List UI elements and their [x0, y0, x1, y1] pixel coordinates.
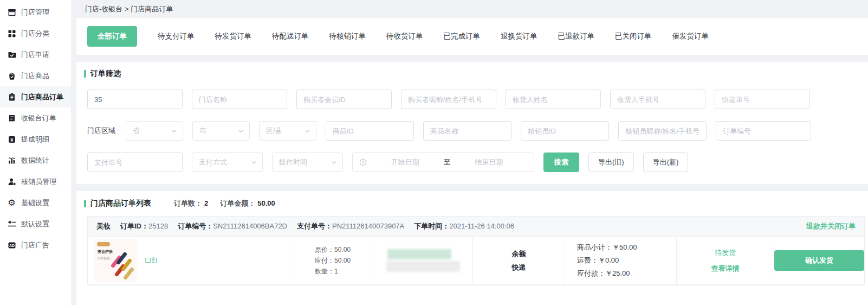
tab-pending-verification[interactable]: 待核销订单: [329, 31, 366, 41]
verifier-nickname-input[interactable]: [618, 121, 707, 141]
buyer-info-redacted: [386, 261, 460, 272]
order-id: 订单ID：25128: [120, 221, 168, 231]
yen-icon: ¥: [7, 135, 16, 144]
breadcrumb-text: 门店-收银台 > 门店商品订单: [85, 4, 173, 14]
goods-subtotal: 商品小计：￥50.00: [577, 241, 637, 254]
sidebar-item-default-settings[interactable]: 默认设置: [0, 213, 71, 234]
order-sn-input[interactable]: [716, 121, 811, 141]
order-block: 美妆 订单ID：25128 订单编号：SN21112614006BA72D 支付…: [87, 216, 865, 285]
tab-all-orders[interactable]: 全部订单: [87, 26, 137, 47]
export-new-button[interactable]: 导出(新): [643, 152, 689, 172]
buyer-member-id-input[interactable]: [296, 90, 392, 109]
chevron-down-icon: [171, 128, 177, 134]
action-cell: 确认发货: [774, 237, 864, 284]
product-image-badge: [97, 242, 110, 246]
date-range-picker[interactable]: 开始日期 至 结束日期: [352, 152, 534, 172]
sidebar-item-verifier-manage[interactable]: 核销员管理: [0, 171, 71, 192]
status-badge: 待发货: [715, 248, 736, 258]
tab-return-exchange[interactable]: 退换货订单: [501, 31, 537, 41]
refund-close-order-link[interactable]: 退款并关闭订单: [806, 221, 856, 231]
section-accent-bar: [84, 70, 86, 78]
sidebar-item-store-goods-orders[interactable]: 门店商品订单: [0, 86, 71, 107]
buyer-info-cell: [373, 237, 473, 284]
sidebar: 门店管理 门店分类 门店申请 门店商品 门店商品订单 收银台订单 ¥ 提成明细: [0, 0, 71, 305]
order-time: 下单时间：2021-11-26 14:00:06: [414, 221, 514, 231]
clipboard-icon: [7, 92, 16, 101]
tab-closed[interactable]: 已关闭订单: [615, 31, 652, 41]
folder-check-icon: [7, 50, 16, 59]
sidebar-item-store-category[interactable]: 门店分类: [0, 23, 71, 44]
sidebar-item-cashier-orders[interactable]: 收银台订单: [0, 107, 71, 129]
sidebar-item-label: 门店商品订单: [21, 92, 63, 102]
confirm-shipment-button[interactable]: 确认发货: [774, 250, 864, 271]
amounts-cell: 商品小计：￥50.00 运费：￥0.00 应付款：￥25.00: [565, 237, 677, 284]
verifier-id-input[interactable]: [521, 121, 609, 141]
chart-icon: [7, 156, 16, 165]
filter-section-title: 订单筛选: [90, 69, 121, 79]
province-select[interactable]: 省: [126, 121, 183, 141]
consignee-phone-input[interactable]: [610, 90, 705, 109]
sidebar-item-store-ads[interactable]: AD 门店广告: [0, 234, 71, 256]
sidebar-item-label: 门店管理: [21, 8, 49, 17]
chevron-down-icon: [238, 128, 244, 134]
tracking-number-input[interactable]: [715, 90, 810, 109]
tab-refunded[interactable]: 已退款订单: [558, 31, 595, 41]
store-id-input[interactable]: [87, 90, 183, 109]
breadcrumb: 门店-收银台 > 门店商品订单: [76, 0, 868, 18]
tab-pending-delivery[interactable]: 待配送订单: [272, 31, 309, 41]
city-select[interactable]: 市: [192, 121, 250, 141]
district-select[interactable]: 区/县: [259, 121, 316, 141]
store-name-input[interactable]: [192, 90, 287, 109]
app-root: 门店管理 门店分类 门店申请 门店商品 门店商品订单 收银台订单 ¥ 提成明细: [0, 0, 868, 305]
sidebar-item-store-apply[interactable]: 门店申请: [0, 44, 71, 65]
list-section-title: 门店商品订单列表: [90, 199, 151, 208]
buyer-nickname-input[interactable]: [401, 90, 496, 109]
sidebar-item-label: 核销员管理: [21, 177, 56, 187]
product-name-input[interactable]: [423, 121, 511, 141]
tab-pending-payment[interactable]: 待支付订单: [158, 31, 195, 41]
sliders-icon: [7, 219, 16, 228]
chevron-down-icon: [251, 160, 257, 166]
pay-method-select[interactable]: 支付方式: [192, 152, 263, 172]
sidebar-item-store-manage[interactable]: 门店管理: [0, 2, 71, 23]
order-store-name: 美妆: [96, 221, 111, 231]
tab-completed[interactable]: 已完成订单: [444, 31, 481, 41]
consignee-name-input[interactable]: [506, 90, 601, 109]
pay-delivery-cell: 余额 快递: [473, 237, 565, 284]
svg-text:¥: ¥: [10, 136, 14, 142]
svg-text:AD: AD: [9, 244, 14, 247]
sidebar-item-basic-settings[interactable]: ⚙ 基础设置: [0, 192, 71, 213]
sidebar-item-data-statistics[interactable]: 数据统计: [0, 150, 71, 171]
product-id-input[interactable]: [326, 121, 414, 141]
sidebar-item-label: 门店申请: [21, 50, 49, 60]
chevron-down-icon: [331, 160, 337, 166]
sidebar-item-store-goods[interactable]: 门店商品: [0, 65, 71, 86]
pay-number-input[interactable]: [87, 152, 183, 172]
view-detail-link[interactable]: 查看详情: [711, 264, 740, 274]
person-icon: [7, 177, 16, 186]
payable-price: 应付：50.00: [315, 255, 351, 266]
sidebar-item-commission-detail[interactable]: ¥ 提成明细: [0, 129, 71, 150]
gear-icon: ⚙: [7, 198, 16, 207]
filter-row-1: [84, 90, 865, 109]
tab-pending-shipment[interactable]: 待发货订单: [215, 31, 252, 41]
end-date-field[interactable]: 结束日期: [451, 157, 528, 167]
order-header-row: 美妆 订单ID：25128 订单编号：SN21112614006BA72D 支付…: [88, 217, 864, 237]
receipt-icon: [7, 113, 16, 123]
quantity: 数量：1: [315, 266, 338, 277]
tab-urge-shipment[interactable]: 催发货订单: [672, 31, 709, 41]
product-name-link[interactable]: 口红: [145, 256, 159, 265]
ad-icon: AD: [7, 240, 16, 250]
search-button[interactable]: 搜索: [543, 152, 579, 172]
product-image: 美妆护肤 立即抢购 ›: [94, 239, 137, 282]
tab-pending-receipt[interactable]: 待收货订单: [386, 31, 423, 41]
operate-time-select[interactable]: 操作时间: [272, 152, 343, 172]
start-date-field[interactable]: 开始日期: [367, 157, 444, 167]
sidebar-item-label: 数据统计: [21, 156, 49, 166]
amount-due: 应付款：￥25.00: [577, 267, 630, 280]
sidebar-item-label: 默认设置: [21, 219, 49, 229]
export-old-button[interactable]: 导出(旧): [588, 152, 634, 172]
store-icon: [7, 8, 16, 17]
order-pay-number: 支付单号：PN211126140073907A: [297, 221, 404, 231]
bag-icon: [7, 71, 16, 80]
